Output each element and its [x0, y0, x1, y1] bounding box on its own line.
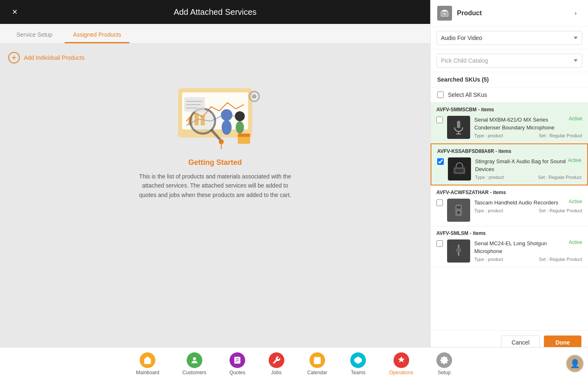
nav-icon-calendar [309, 352, 325, 368]
sku-thumb-1 [447, 116, 470, 139]
child-catalog-dropdown[interactable]: Pick Child Catalog [436, 54, 582, 68]
sku-set-4: Set : Regular Product [539, 257, 582, 262]
child-catalog-dropdown-container: Pick Child Catalog [431, 49, 588, 72]
nav-icon-teams [350, 352, 366, 368]
sku-status-2: Active [568, 157, 581, 163]
sku-type-3: Type : product [474, 208, 503, 213]
nav-label-teams: Teams [351, 370, 365, 375]
select-all-row: Select All SKus [431, 87, 588, 103]
svg-point-31 [457, 211, 460, 214]
nav-label-calendar: Calendar [307, 370, 328, 375]
svg-point-34 [193, 357, 196, 360]
sku-info-3: Active Tascam Handheld Audio Recorders T… [474, 199, 582, 213]
select-all-checkbox[interactable] [437, 91, 444, 98]
sku-code-4: AVFV-SMLSM - items [436, 230, 582, 236]
sku-list: AVFV-SMMSCBM - items Active Senal MXBM-6… [431, 103, 588, 330]
sku-name-1: Senal MXBM-621/O MX Series Condenser Bou… [474, 117, 554, 131]
sku-code-1: AVFV-SMMSCBM - items [436, 107, 582, 113]
modal-overlay: × Add Attached Services Service Setup As… [0, 0, 430, 354]
svg-point-8 [221, 109, 232, 121]
add-individual-row: + Add Individual Products [8, 52, 422, 63]
svg-rect-28 [455, 169, 464, 172]
svg-marker-43 [354, 356, 362, 364]
searched-skus-header: Searched SKUs (5) [431, 72, 588, 87]
sku-status-3: Active [569, 199, 582, 204]
nav-icon-setup [436, 352, 452, 368]
nav-item-mainboard[interactable]: Mainboard [124, 349, 171, 379]
collapse-panel-button[interactable]: › [570, 7, 581, 19]
sku-code-2: AVFV-KSSABFSD88A6R - items [437, 148, 581, 154]
nav-label-quotes: Quotes [230, 370, 246, 375]
sku-type-2: Type : product [475, 175, 504, 180]
svg-point-10 [235, 111, 245, 121]
svg-rect-13 [238, 134, 250, 137]
svg-point-23 [444, 13, 446, 15]
sku-set-3: Set : Regular Product [539, 208, 582, 213]
sku-checkbox-1[interactable] [436, 117, 443, 123]
getting-started-title: Getting Started [188, 158, 242, 167]
nav-item-customers[interactable]: Customers [171, 349, 218, 379]
svg-rect-39 [314, 357, 321, 364]
sku-thumb-3 [447, 199, 470, 222]
modal-title: Add Attached Services [173, 7, 256, 17]
tabs-bar: Service Setup Assigned Products [0, 24, 430, 44]
sku-item-2[interactable]: AVFV-KSSABFSD88A6R - items Active Stingr… [431, 143, 588, 185]
svg-rect-33 [456, 249, 461, 252]
right-panel: Product › Audio For Video Pick Child Cat… [430, 0, 588, 354]
svg-point-14 [219, 139, 224, 144]
bottom-nav: Mainboard Customers Quotes Jobs Calendar… [0, 347, 588, 380]
sku-info-1: Active Senal MXBM-621/O MX Series Conden… [474, 116, 582, 138]
nav-label-setup: Setup [438, 370, 450, 375]
nav-label-customers: Customers [183, 370, 206, 375]
add-individual-label[interactable]: Add Individual Products [24, 54, 84, 61]
sku-name-2: Stingray Small-X Audio Bag for Sound Dev… [475, 158, 566, 172]
catalog-dropdown[interactable]: Audio For Video [436, 31, 582, 45]
sku-checkbox-3[interactable] [436, 199, 443, 206]
sku-status-4: Active [569, 239, 582, 245]
sku-name-4: Senal MC24-EL Long Shotgun Microphone [474, 240, 547, 254]
sku-checkbox-4[interactable] [436, 240, 443, 247]
select-all-label: Select All SKus [448, 91, 487, 98]
sku-type-4: Type : product [474, 257, 503, 262]
sku-info-2: Active Stingray Small-X Audio Bag for So… [475, 157, 581, 180]
nav-label-operations: Operations [389, 370, 413, 375]
nav-icon-operations [394, 352, 409, 368]
nav-item-quotes[interactable]: Quotes [218, 349, 257, 379]
close-button[interactable]: × [8, 5, 21, 19]
sku-set-2: Set : Regular Product [538, 175, 581, 180]
sku-item-1[interactable]: AVFV-SMMSCBM - items Active Senal MXBM-6… [431, 103, 588, 143]
sku-checkbox-2[interactable] [437, 158, 444, 165]
nav-label-mainboard: Mainboard [136, 370, 159, 375]
catalog-dropdown-container: Audio For Video [431, 27, 588, 49]
nav-icon-mainboard [140, 352, 155, 368]
nav-item-calendar[interactable]: Calendar [296, 349, 339, 379]
sku-thumb-4 [447, 239, 470, 263]
svg-point-17 [252, 94, 256, 99]
sku-item-4[interactable]: AVFV-SMLSM - items Active Senal MC24-EL … [431, 226, 588, 267]
nav-label-jobs: Jobs [271, 370, 281, 375]
nav-item-teams[interactable]: Teams [339, 349, 377, 379]
nav-item-jobs[interactable]: Jobs [257, 349, 296, 379]
sku-status-1: Active [569, 116, 582, 122]
getting-started-container: Getting Started This is the list of prod… [8, 72, 422, 199]
sku-set-1: Set : Regular Product [539, 133, 582, 138]
svg-point-11 [236, 121, 244, 134]
tab-service-setup[interactable]: Service Setup [8, 27, 61, 43]
sku-name-3: Tascam Handheld Audio Recorders [474, 199, 558, 206]
right-panel-header: Product › [431, 0, 588, 27]
svg-rect-24 [457, 121, 460, 128]
nav-icon-customers [187, 352, 202, 368]
nav-item-operations[interactable]: Operations [377, 349, 425, 379]
product-icon [437, 6, 452, 21]
getting-started-text: This is the list of products and materia… [137, 172, 293, 199]
nav-item-setup[interactable]: Setup [425, 349, 464, 379]
sku-info-4: Active Senal MC24-EL Long Shotgun Microp… [474, 239, 582, 262]
sku-thumb-2 [448, 157, 471, 181]
nav-icon-jobs [269, 352, 284, 368]
illustration [162, 80, 269, 158]
add-individual-circle-button[interactable]: + [8, 52, 20, 63]
user-avatar[interactable]: 👤 [566, 354, 584, 373]
sku-item-3[interactable]: AVFV-ACWFSZATHAR - items Active Tascam H… [431, 185, 588, 226]
svg-rect-30 [457, 206, 461, 209]
tab-assigned-products[interactable]: Assigned Products [65, 27, 129, 43]
